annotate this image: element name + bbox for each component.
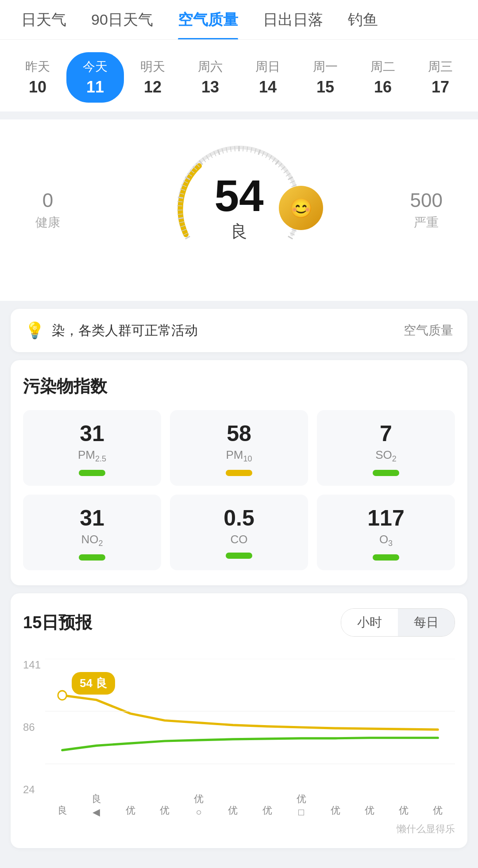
pollutant-title: 污染物指数 xyxy=(23,375,455,398)
air-tip[interactable]: 💡 染，各类人群可正常活动 空气质量 xyxy=(11,309,467,352)
tab-sunrise-sunset[interactable]: 日出日落 xyxy=(251,0,335,40)
x-label-10: 优 xyxy=(399,804,409,818)
pollutant-so2[interactable]: 7 SO2 xyxy=(317,410,455,486)
gauge-right-label: 500 严重 xyxy=(410,189,443,231)
gauge-value: 54 xyxy=(214,173,263,218)
pollutant-o3[interactable]: 117 O3 xyxy=(317,495,455,570)
chart-svg-wrapper: 54 良 xyxy=(45,659,455,796)
lightbulb-icon: 💡 xyxy=(25,321,45,340)
chart-x-labels: 良 良◀ 优 优 优○ 优 优 优□ 优 优 优 优 xyxy=(45,792,455,818)
x-label-3: 优 xyxy=(160,804,170,818)
x-label-8: 优 xyxy=(331,804,340,818)
forecast-card: 15日预报 小时 每日 141 86 24 xyxy=(11,593,467,848)
svg-line-5 xyxy=(178,218,183,219)
bar-o3 xyxy=(373,554,399,561)
date-item-sat[interactable]: 周六 13 xyxy=(181,52,239,103)
gauge-section: 0 健康 // We'll draw this via inline SVG p… xyxy=(0,119,478,301)
date-item-mon[interactable]: 周一 15 xyxy=(297,52,354,103)
x-label-0: 良 xyxy=(58,804,67,818)
toggle-day[interactable]: 每日 xyxy=(398,609,455,636)
forecast-header: 15日预报 小时 每日 xyxy=(23,608,455,637)
tab-daily-weather[interactable]: 日天气 xyxy=(9,0,79,40)
tab-fishing[interactable]: 钓鱼 xyxy=(335,0,390,40)
gauge-container: // We'll draw this via inline SVG paths … xyxy=(168,137,310,279)
gauge-left-label: 0 健康 xyxy=(35,189,60,231)
tab-90day-weather[interactable]: 90日天气 xyxy=(79,0,166,40)
bar-pm10 xyxy=(226,470,252,476)
toggle-hour[interactable]: 小时 xyxy=(341,609,398,636)
date-item-today[interactable]: 今天 11 xyxy=(66,52,124,103)
pollutant-card: 污染物指数 31 PM2.5 58 PM10 7 SO2 31 NO2 0.5 … xyxy=(11,360,467,585)
x-label-9: 优 xyxy=(365,804,374,818)
date-item-yesterday[interactable]: 昨天 10 xyxy=(9,52,66,103)
forecast-toggles: 小时 每日 xyxy=(341,608,455,637)
x-label-4: 优○ xyxy=(194,792,204,818)
svg-line-60 xyxy=(288,236,293,239)
forecast-title: 15日预报 xyxy=(23,611,92,634)
svg-line-10 xyxy=(178,197,183,198)
tab-air-quality[interactable]: 空气质量 xyxy=(166,0,251,40)
date-item-tue[interactable]: 周二 16 xyxy=(354,52,412,103)
svg-line-29 xyxy=(235,146,235,151)
x-label-6: 优 xyxy=(262,804,272,818)
date-selector: 昨天 10 今天 11 明天 12 周六 13 周日 14 周一 15 周二 1… xyxy=(0,40,478,111)
pollutant-no2[interactable]: 31 NO2 xyxy=(23,495,161,570)
attribution: 懒什么显得乐 xyxy=(23,822,455,836)
x-label-11: 优 xyxy=(433,804,443,818)
air-tip-link[interactable]: 空气质量 xyxy=(404,322,453,339)
pollutant-pm25[interactable]: 31 PM2.5 xyxy=(23,410,161,486)
chart-y-labels: 141 86 24 xyxy=(23,659,41,796)
date-item-wed[interactable]: 周三 17 xyxy=(412,52,469,103)
svg-line-31 xyxy=(243,146,243,151)
bar-pm25 xyxy=(79,470,105,476)
pollutant-co[interactable]: 0.5 CO xyxy=(170,495,308,570)
pollutant-pm10[interactable]: 58 PM10 xyxy=(170,410,308,486)
svg-point-61 xyxy=(58,691,66,700)
pollutant-grid: 31 PM2.5 58 PM10 7 SO2 31 NO2 0.5 CO 117… xyxy=(23,410,455,570)
bar-co xyxy=(226,553,252,559)
date-item-sun[interactable]: 周日 14 xyxy=(239,52,297,103)
gauge-inner: 54 良 xyxy=(214,173,263,243)
bar-no2 xyxy=(79,554,105,561)
x-label-1: 良◀ xyxy=(92,792,101,818)
date-item-tomorrow[interactable]: 明天 12 xyxy=(124,52,181,103)
x-label-2: 优 xyxy=(126,804,135,818)
gauge-icon: 😊 xyxy=(279,186,323,230)
x-label-5: 优 xyxy=(228,804,238,818)
nav-tabs: 日天气 90日天气 空气质量 日出日落 钓鱼 xyxy=(0,0,478,40)
gauge-quality: 良 xyxy=(231,220,247,243)
air-tip-content: 💡 染，各类人群可正常活动 xyxy=(25,321,198,340)
air-tip-text: 染，各类人群可正常活动 xyxy=(52,322,198,340)
x-label-7: 优□ xyxy=(297,792,306,818)
chart-tooltip: 54 良 xyxy=(72,672,115,695)
chart-area: 141 86 24 54 良 良 良◀ 优 xyxy=(23,650,455,818)
bar-so2 xyxy=(373,470,399,476)
